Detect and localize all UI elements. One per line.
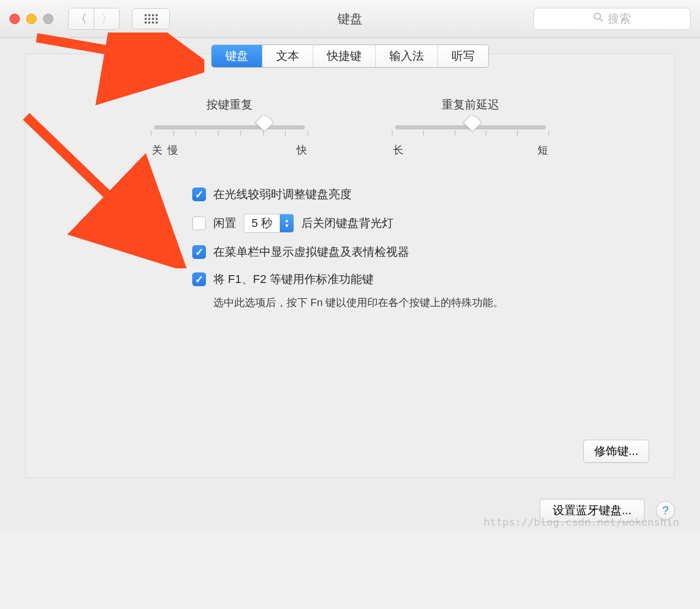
search-icon bbox=[593, 12, 604, 26]
titlebar: 〈 〉 键盘 搜索 bbox=[0, 0, 700, 38]
key-repeat-title: 按键重复 bbox=[151, 97, 308, 113]
close-window-button[interactable] bbox=[9, 14, 20, 24]
label-short: 短 bbox=[538, 143, 548, 157]
delay-block: 重复前延迟 长 短 bbox=[392, 97, 549, 157]
label-off: 关 bbox=[152, 143, 162, 157]
window-title: 键盘 bbox=[337, 10, 363, 27]
idle-select[interactable]: 5 秒 ▲▼ bbox=[244, 214, 294, 233]
grid-icon bbox=[145, 14, 158, 24]
back-button[interactable]: 〈 bbox=[69, 8, 94, 29]
delay-title: 重复前延迟 bbox=[392, 97, 549, 113]
checkbox-idle[interactable] bbox=[192, 216, 206, 230]
slider-thumb[interactable] bbox=[463, 113, 482, 132]
sliders-row: 按键重复 关 慢 快 重复 bbox=[51, 97, 649, 157]
search-input[interactable]: 搜索 bbox=[533, 8, 691, 30]
checkbox-brightness[interactable] bbox=[192, 188, 206, 201]
label-long: 长 bbox=[393, 143, 403, 157]
label-slow: 慢 bbox=[168, 143, 178, 157]
tab-dictation[interactable]: 听写 bbox=[438, 45, 488, 67]
tab-bar: 键盘 文本 快捷键 输入法 听写 bbox=[211, 45, 489, 68]
tab-input-sources[interactable]: 输入法 bbox=[375, 45, 438, 67]
forward-button[interactable]: 〉 bbox=[94, 8, 119, 29]
label-idle-prefix: 闲置 bbox=[213, 215, 236, 231]
stepper-arrows-icon: ▲▼ bbox=[280, 214, 293, 232]
key-repeat-ticks bbox=[151, 130, 308, 136]
label-fast: 快 bbox=[297, 143, 307, 157]
delay-ticks bbox=[392, 130, 549, 136]
option-fn-keys: 将 F1、F2 等键用作标准功能键 bbox=[192, 271, 649, 287]
delay-labels: 长 短 bbox=[392, 143, 549, 157]
label-menubar: 在菜单栏中显示虚拟键盘及表情检视器 bbox=[213, 244, 409, 260]
option-brightness: 在光线较弱时调整键盘亮度 bbox=[192, 187, 649, 202]
option-idle: 闲置 5 秒 ▲▼ 后关闭键盘背光灯 bbox=[192, 214, 649, 233]
label-fn-keys: 将 F1、F2 等键用作标准功能键 bbox=[213, 271, 374, 287]
checkbox-fn-keys[interactable] bbox=[192, 273, 206, 286]
zoom-window-button[interactable] bbox=[43, 14, 53, 24]
key-repeat-block: 按键重复 关 慢 快 bbox=[151, 97, 308, 157]
label-brightness: 在光线较弱时调整键盘亮度 bbox=[213, 187, 352, 202]
settings-panel: 键盘 文本 快捷键 输入法 听写 按键重复 关 bbox=[25, 53, 675, 478]
options-list: 在光线较弱时调整键盘亮度 闲置 5 秒 ▲▼ 后关闭键盘背光灯 在菜单栏中显 bbox=[192, 187, 649, 310]
chevron-left-icon: 〈 bbox=[75, 11, 87, 27]
search-placeholder: 搜索 bbox=[608, 11, 631, 27]
key-repeat-labels: 关 慢 快 bbox=[151, 143, 308, 157]
minimize-window-button[interactable] bbox=[26, 14, 37, 24]
preferences-window: 〈 〉 键盘 搜索 键盘 文本 快捷键 bbox=[0, 0, 700, 532]
nav-buttons: 〈 〉 bbox=[68, 8, 119, 30]
watermark-text: https://blog.csdn.net/wokenshin bbox=[484, 516, 679, 528]
tab-text[interactable]: 文本 bbox=[262, 45, 313, 67]
tab-keyboard[interactable]: 键盘 bbox=[212, 45, 262, 67]
slider-thumb[interactable] bbox=[255, 113, 275, 132]
tab-shortcuts[interactable]: 快捷键 bbox=[313, 45, 375, 67]
show-all-button[interactable] bbox=[132, 8, 170, 29]
svg-line-1 bbox=[600, 19, 603, 21]
svg-point-0 bbox=[594, 13, 600, 19]
fn-keys-description: 选中此选项后，按下 Fn 键以使用印在各个按键上的特殊功能。 bbox=[213, 296, 649, 310]
chevron-right-icon: 〉 bbox=[101, 11, 113, 27]
idle-select-value: 5 秒 bbox=[244, 215, 280, 231]
delay-slider[interactable] bbox=[395, 125, 546, 129]
label-idle-suffix: 后关闭键盘背光灯 bbox=[301, 215, 393, 231]
content-area: 键盘 文本 快捷键 输入法 听写 按键重复 关 bbox=[0, 38, 700, 491]
modifier-keys-button[interactable]: 修饰键... bbox=[583, 440, 649, 463]
window-controls bbox=[9, 14, 53, 24]
key-repeat-slider[interactable] bbox=[154, 125, 305, 129]
checkbox-menubar[interactable] bbox=[192, 245, 206, 259]
option-menubar: 在菜单栏中显示虚拟键盘及表情检视器 bbox=[192, 244, 649, 260]
